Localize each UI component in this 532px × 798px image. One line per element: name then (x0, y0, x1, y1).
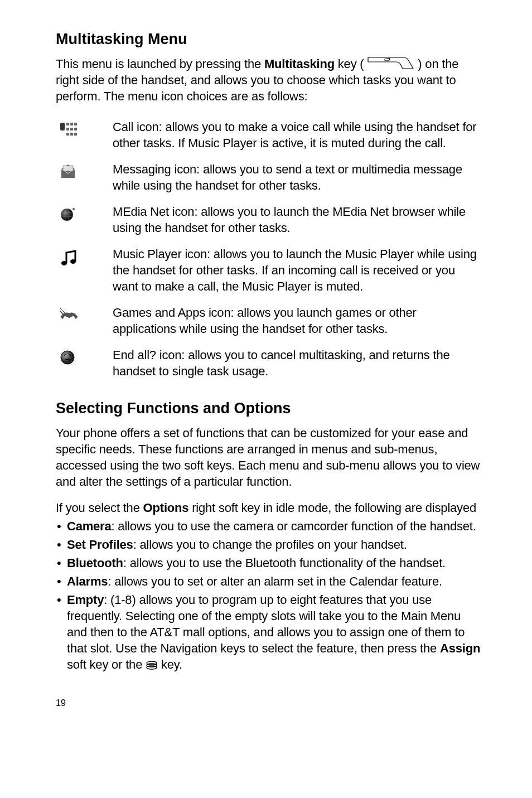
svg-line-16 (60, 311, 64, 315)
end-all-text: End all? icon: allows you to cancel mult… (113, 347, 482, 379)
list-item: Music Player icon: allows you to launch … (56, 246, 482, 294)
bullet-text: : allows you to set or alter an alarm se… (108, 574, 442, 588)
svg-point-18 (61, 351, 74, 364)
assign-key-icon (146, 660, 158, 670)
list-item: Alarms: allows you to set or alter an al… (56, 573, 482, 589)
svg-rect-3 (74, 123, 77, 125)
bullet-label: Alarms (67, 574, 108, 588)
para-options: If you select the Options right soft key… (56, 500, 482, 516)
bullet-text: : allows you to use the camera or camcor… (112, 519, 476, 533)
bullet-label: Camera (67, 519, 112, 533)
media-net-icon (56, 204, 113, 223)
svg-rect-7 (66, 133, 69, 136)
games-apps-text: Games and Apps icon: allows you launch g… (113, 304, 482, 337)
svg-point-13 (72, 208, 75, 210)
list-item: Camera: allows you to use the camera or … (56, 518, 482, 534)
bullet5-mid: soft key or the (67, 657, 146, 671)
para3-pre: If you select the (56, 501, 143, 515)
svg-rect-5 (70, 128, 73, 130)
svg-rect-2 (70, 123, 73, 125)
svg-rect-9 (74, 133, 77, 136)
para3-bold: Options (143, 501, 189, 515)
bullet5-bold2: Assign (440, 641, 480, 655)
para-functions: Your phone offers a set of functions tha… (56, 425, 482, 490)
messaging-text: Messaging icon: allows you to send a tex… (113, 161, 482, 194)
svg-rect-8 (70, 133, 73, 136)
music-player-text: Music Player icon: allows you to launch … (113, 246, 482, 294)
heading-selecting: Selecting Functions and Options (56, 400, 482, 417)
games-apps-icon (56, 304, 113, 322)
svg-point-10 (61, 209, 73, 221)
list-item: Games and Apps icon: allows you launch g… (56, 304, 482, 337)
intro-mid-1: key ( (335, 57, 364, 71)
bullet-text: : allows you to change the profiles on y… (133, 538, 407, 552)
multitasking-key-icon (367, 56, 414, 70)
bullet-label: Empty (67, 593, 104, 607)
svg-point-21 (147, 666, 157, 669)
para3-post: right soft key in idle mode, the followi… (188, 501, 476, 515)
intro-paragraph: This menu is launched by pressing the Mu… (56, 56, 482, 104)
call-icon (56, 119, 113, 138)
svg-rect-6 (74, 128, 77, 130)
icon-list: Call icon: allows you to make a voice ca… (56, 119, 482, 379)
intro-pre: This menu is launched by pressing the (56, 57, 264, 71)
bullet5-post: key. (158, 657, 182, 671)
list-item: Empty: (1-8) allows you to program up to… (56, 592, 482, 673)
svg-rect-0 (60, 123, 65, 130)
end-all-icon (56, 347, 113, 366)
list-item: Bluetooth: allows you to use the Bluetoo… (56, 555, 482, 571)
intro-bold-1: Multitasking (264, 57, 335, 71)
options-list: Camera: allows you to use the camera or … (56, 518, 482, 673)
call-text: Call icon: allows you to make a voice ca… (113, 119, 482, 151)
bullet-label: Set Profiles (67, 538, 133, 552)
heading-multitasking: Multitasking Menu (56, 31, 482, 48)
messaging-icon (56, 161, 113, 180)
list-item: End all? icon: allows you to cancel mult… (56, 347, 482, 379)
list-item: Set Profiles: allows you to change the p… (56, 536, 482, 553)
list-item: MEdia Net icon: allows you to launch the… (56, 204, 482, 236)
list-item: Call icon: allows you to make a voice ca… (56, 119, 482, 151)
music-player-icon (56, 246, 113, 267)
bullet-label: Bluetooth (67, 556, 123, 570)
page-number: 19 (56, 698, 482, 708)
svg-rect-1 (66, 123, 69, 125)
svg-rect-4 (66, 128, 69, 130)
media-net-text: MEdia Net icon: allows you to launch the… (113, 204, 482, 236)
list-item: Messaging icon: allows you to send a tex… (56, 161, 482, 194)
bullet5-pre: : (1-8) allows you to program up to eigh… (67, 593, 465, 655)
bullet-text: : allows you to use the Bluetooth functi… (123, 556, 446, 570)
